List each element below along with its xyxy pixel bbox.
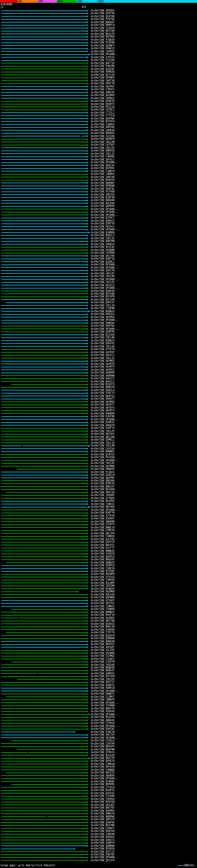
alignment-line[interactable] [1, 338, 87, 338]
alignment-line[interactable] [1, 813, 87, 814]
hit-label[interactable]: UniRef100_A6YM79 [91, 363, 114, 366]
alignment-line[interactable] [1, 790, 87, 791]
alignment-line[interactable] [1, 378, 87, 379]
hit-label[interactable]: UniRef100_A6YM93 [91, 401, 114, 403]
hit-label[interactable]: UniRef100_P41569 [91, 456, 114, 459]
alignment-line[interactable] [1, 63, 87, 63]
alignment-line[interactable] [1, 405, 87, 405]
hit-label[interactable]: UniRef100_Q5CJF9 [91, 859, 114, 862]
hit-label[interactable]: UniRef100_Q4KT16 [91, 257, 114, 260]
alignment-line[interactable] [1, 463, 87, 464]
hit-label[interactable]: UniRef100_C6TM90 [91, 252, 114, 254]
hit-label[interactable]: UniRef100_C5M010 [91, 763, 114, 766]
hit-label[interactable]: UniRef100_B0Y5G1 [91, 544, 114, 547]
alignment-line[interactable] [6, 302, 87, 303]
alignment-line[interactable] [1, 802, 87, 802]
alignment-line[interactable] [1, 308, 87, 309]
alignment-line[interactable] [1, 539, 87, 539]
hit-label[interactable]: UniRef100_A9YWD3 [91, 76, 114, 79]
hit-label[interactable]: UniRef100_UP1000... [91, 328, 119, 331]
alignment-line[interactable] [1, 647, 87, 648]
alignment-line[interactable] [1, 349, 87, 350]
alignment-line[interactable] [1, 31, 87, 31]
alignment-line[interactable] [1, 311, 89, 312]
hit-label[interactable]: UniRef100_C8CLR1 [91, 462, 114, 465]
hit-label[interactable]: UniRef100_B9RPL9 [91, 24, 114, 27]
alignment-line[interactable] [1, 373, 87, 373]
alignment-line[interactable] [1, 767, 87, 767]
alignment-line[interactable] [1, 688, 87, 688]
hit-label[interactable]: UniRef100_B7Q905 [91, 780, 114, 783]
hit-label[interactable]: UniRef100_UP1000... [91, 228, 119, 231]
alignment-line[interactable] [11, 662, 87, 662]
alignment-line[interactable] [1, 621, 87, 621]
hit-label[interactable]: UniRef100_B9PVM2 [91, 783, 114, 786]
alignment-line[interactable] [1, 445, 89, 446]
alignment-line[interactable] [1, 507, 89, 507]
alignment-line[interactable] [1, 346, 87, 347]
hit-label[interactable]: UniRef100_Q4Q2L3 [91, 234, 114, 237]
alignment-line[interactable] [1, 171, 87, 172]
alignment-line[interactable] [1, 530, 87, 531]
hit-label[interactable]: UniRef100_A9PBZ8 [91, 70, 114, 73]
alignment-line[interactable] [11, 609, 87, 610]
hit-label[interactable]: UniRef100_C4M3V8 [91, 833, 114, 836]
hit-label[interactable]: UniRef100_B5S970 [91, 716, 114, 719]
alignment-line[interactable] [1, 860, 87, 861]
hit-label[interactable]: UniRef100_Q4G1L2 [91, 354, 114, 356]
hit-label[interactable]: UniRef100_C5MN22 [91, 605, 114, 608]
hit-label[interactable]: UniRef100_Q9FEZ7 [91, 301, 114, 304]
alignment-line[interactable] [1, 644, 87, 645]
hit-label[interactable]: UniRef100_B2BDH6 [91, 637, 114, 640]
alignment-line[interactable] [1, 627, 87, 627]
hit-label[interactable]: UniRef100_B4KYM8 [91, 240, 114, 243]
hit-label[interactable]: UniRef100_B5E639 [91, 482, 114, 485]
hit-label[interactable]: UniRef100_B6H5T0 [91, 707, 114, 710]
alignment-line[interactable] [1, 714, 89, 715]
alignment-line[interactable] [1, 629, 87, 630]
alignment-line[interactable] [1, 854, 87, 855]
hit-label[interactable]: UniRef100_A1CFY7 [91, 547, 114, 549]
hit-label[interactable]: UniRef100_Q2XTD6 [91, 15, 114, 18]
alignment-line[interactable] [1, 437, 87, 437]
hit-label[interactable]: UniRef100_A6YM59 [91, 316, 114, 319]
hit-label[interactable]: UniRef100_C1GQF1 [91, 658, 114, 660]
hit-label[interactable]: UniRef100_B8QD48 [91, 666, 114, 669]
hit-label[interactable]: UniRef100_A9FGR7 [91, 646, 114, 649]
alignment-line[interactable] [1, 837, 87, 838]
alignment-line[interactable] [1, 402, 87, 402]
hit-label[interactable]: UniRef100_A6RR18 [91, 687, 114, 689]
hit-label[interactable]: UniRef100_B6R882 [91, 132, 114, 134]
alignment-line[interactable] [1, 667, 87, 668]
alignment-line[interactable] [1, 370, 87, 370]
hit-label[interactable]: UniRef100_B4F9R4 [91, 35, 114, 38]
hit-label[interactable]: UniRef100_Q91TB4 [91, 255, 114, 257]
hit-label[interactable]: UniRef100_C9E1V5 [91, 678, 114, 681]
hit-label[interactable]: UniRef100_C8CLR3 [91, 147, 114, 149]
hit-label[interactable]: UniRef100_Q011T9 [91, 757, 114, 760]
hit-label[interactable]: UniRef100_B2VY68 [91, 801, 114, 803]
alignment-line[interactable] [1, 209, 87, 209]
hit-label[interactable]: UniRef100_Q1HR32 [91, 421, 114, 424]
alignment-line[interactable] [1, 235, 87, 236]
hit-label[interactable]: UniRef100_B9MBP1 [91, 611, 114, 614]
hit-label[interactable]: UniRef100_A8URP6 [91, 774, 114, 777]
alignment-line[interactable] [1, 635, 87, 636]
alignment-line[interactable] [1, 735, 87, 735]
alignment-line[interactable] [1, 293, 87, 294]
hit-label[interactable]: UniRef100_B6QG47 [91, 669, 114, 672]
alignment-line[interactable] [1, 45, 87, 46]
alignment-line[interactable] [17, 469, 87, 470]
hit-label[interactable]: UniRef100_Q4YAJ0 [91, 766, 114, 768]
alignment-line[interactable] [1, 565, 87, 566]
alignment-line[interactable] [6, 632, 87, 633]
alignment-line[interactable] [1, 188, 87, 189]
hit-label[interactable]: UniRef100_A6Y877 [91, 403, 114, 406]
hit-label[interactable]: UniRef100_Q01IP3 [91, 771, 114, 774]
alignment-line[interactable] [1, 831, 87, 832]
hit-label[interactable]: UniRef100_C8CL52 [91, 237, 114, 240]
hit-label[interactable]: UniRef100_P62917 [91, 225, 114, 228]
hit-label[interactable]: UniRef100_Q9MJE0 [91, 149, 114, 152]
hit-label[interactable]: UniRef100_A6QT82 [91, 188, 114, 190]
alignment-line[interactable] [1, 343, 87, 344]
